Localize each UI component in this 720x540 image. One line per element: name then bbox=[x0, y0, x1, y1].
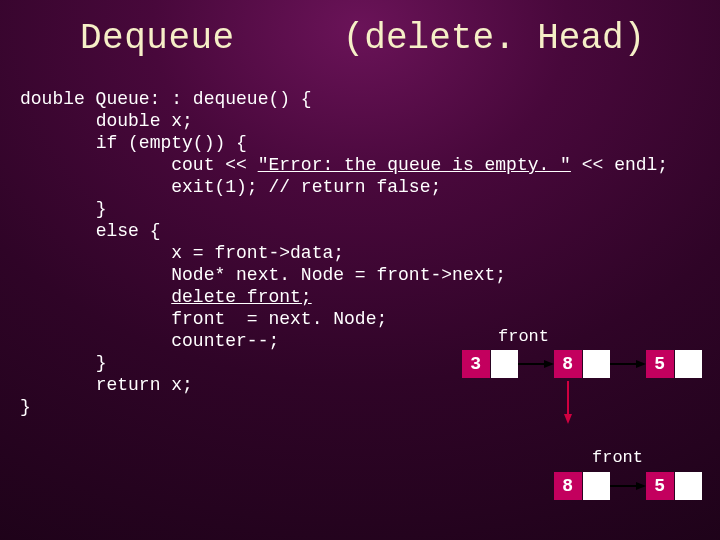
code-l2-kw: double bbox=[96, 111, 161, 131]
list-node: 8 bbox=[554, 350, 610, 378]
front-label-2: front bbox=[592, 448, 643, 467]
code-l1-kw: double bbox=[20, 89, 85, 109]
list-node: 8 bbox=[554, 472, 610, 500]
list-node: 3 bbox=[462, 350, 518, 378]
node-value: 8 bbox=[554, 350, 583, 378]
code-l4a: cout << bbox=[171, 155, 257, 175]
slide: Dequeue (delete. Head) double Queue: : d… bbox=[0, 0, 720, 540]
arrowhead-icon bbox=[544, 360, 554, 368]
node-ptr bbox=[583, 350, 611, 378]
code-l2: x; bbox=[160, 111, 192, 131]
node-value: 3 bbox=[462, 350, 491, 378]
node-value: 5 bbox=[646, 350, 675, 378]
front-label-1: front bbox=[498, 327, 549, 346]
code-l1: Queue: : dequeue() { bbox=[85, 89, 312, 109]
title-paren: (delete. Head) bbox=[343, 18, 645, 59]
arrow-icon bbox=[518, 363, 546, 365]
arrow-icon bbox=[610, 363, 638, 365]
code-l14: return x; bbox=[96, 375, 193, 395]
node-ptr bbox=[675, 472, 703, 500]
code-l3: if (empty()) { bbox=[96, 133, 247, 153]
arrowhead-icon bbox=[636, 482, 646, 490]
list-node: 5 bbox=[646, 350, 702, 378]
code-l9: Node* next. Node = front->next; bbox=[171, 265, 506, 285]
code-l8: x = front->data; bbox=[171, 243, 344, 263]
node-ptr bbox=[675, 350, 703, 378]
down-arrowhead-icon bbox=[564, 414, 572, 424]
code-l11: front = next. Node; bbox=[171, 309, 387, 329]
arrow-icon bbox=[610, 485, 638, 487]
node-value: 8 bbox=[554, 472, 583, 500]
code-l7: else { bbox=[96, 221, 161, 241]
code-l10: delete front; bbox=[171, 287, 311, 307]
list-node: 5 bbox=[646, 472, 702, 500]
code-l13: } bbox=[96, 353, 107, 373]
slide-title: Dequeue (delete. Head) bbox=[80, 18, 645, 59]
code-l5: exit(1); // return false; bbox=[171, 177, 441, 197]
node-ptr bbox=[491, 350, 519, 378]
code-l12: counter--; bbox=[171, 331, 279, 351]
code-l4b: << endl; bbox=[571, 155, 668, 175]
code-l15: } bbox=[20, 397, 31, 417]
code-l4-str: "Error: the queue is empty. " bbox=[258, 155, 571, 175]
arrowhead-icon bbox=[636, 360, 646, 368]
title-name: Dequeue bbox=[80, 18, 235, 59]
down-arrow-icon bbox=[567, 381, 569, 416]
node-ptr bbox=[583, 472, 611, 500]
code-l6: } bbox=[96, 199, 107, 219]
node-value: 5 bbox=[646, 472, 675, 500]
